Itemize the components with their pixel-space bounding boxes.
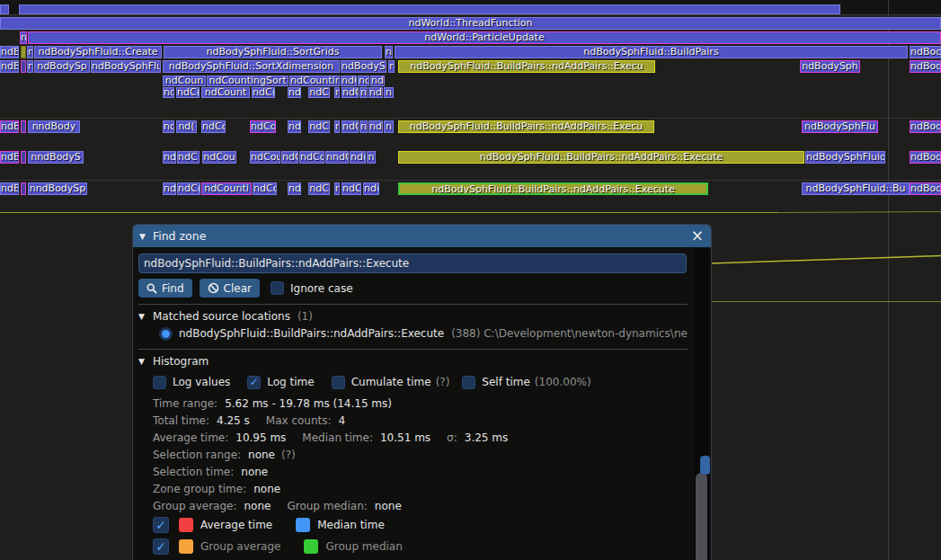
zone-bar[interactable]: ndCo (253, 182, 277, 195)
radio-selected-icon[interactable] (159, 327, 173, 341)
close-icon[interactable]: × (691, 229, 704, 243)
zone-bar[interactable]: ndBodySp (341, 60, 386, 73)
zone-bar[interactable]: ndC: (177, 151, 200, 164)
zone-bar[interactable] (21, 182, 26, 195)
zone-bar[interactable]: ndB (0, 120, 19, 133)
zone-bar[interactable]: nd (163, 87, 174, 98)
zone-bar[interactable]: ndC (308, 87, 330, 98)
find-zone-titlebar[interactable]: ▼ Find zone × (133, 225, 711, 247)
zone-bar[interactable]: ndBodySphFluid::BuildPairs::ndAddPairs::… (398, 151, 804, 164)
zone-bar[interactable]: ndB (0, 182, 19, 195)
zone-bar[interactable]: ndB (0, 46, 19, 58)
zone-bar[interactable]: nndCn (325, 151, 349, 164)
zone-bar[interactable]: ndWorld::ThreadFunction (0, 17, 941, 30)
zone-bar[interactable]: ndB (0, 60, 19, 73)
zone-bar[interactable]: n (334, 120, 340, 133)
zone-bar[interactable]: ndC (341, 76, 357, 86)
zone-bar[interactable]: ndCour (250, 151, 280, 164)
zone-bar[interactable] (21, 151, 26, 164)
zone-bar[interactable] (0, 4, 9, 14)
zone-bar[interactable]: nd( (288, 120, 301, 133)
zone-bar[interactable]: ndCountir (289, 76, 340, 86)
self-time-checkbox[interactable] (462, 376, 475, 389)
zone-bar[interactable]: nd( (176, 120, 197, 133)
time-markers-checkbox[interactable]: ✓ (153, 517, 169, 533)
zone-bar[interactable]: ndCc (201, 120, 226, 133)
zone-bar[interactable]: nd( (163, 151, 176, 164)
zone-bar[interactable]: nd( (368, 120, 383, 133)
zone-bar[interactable]: ndBodySphFluid::Create (34, 46, 162, 58)
zone-bar[interactable]: nndBodySp (28, 182, 87, 195)
zone-bar[interactable]: ndBodySphFluid (805, 151, 885, 164)
zone-bar[interactable] (19, 4, 840, 14)
zone-bar[interactable] (21, 120, 26, 133)
zone-bar[interactable]: nc (163, 120, 174, 133)
zone-bar[interactable]: ndWorld::ParticleUpdate (28, 31, 941, 44)
zone-bar[interactable]: ndCounti (201, 182, 252, 195)
zone-bar[interactable]: ndBod (910, 60, 941, 73)
zone-bar[interactable]: n (334, 87, 340, 98)
zone-bar[interactable]: ndCo (250, 120, 276, 133)
dialog-scrollbar-thumb[interactable] (696, 473, 707, 560)
zone-bar[interactable]: ndC (308, 182, 330, 195)
zone-bar[interactable]: n (334, 182, 340, 195)
zone-bar[interactable]: ndC (281, 151, 298, 164)
zone-bar[interactable]: ndBodySphFluid::BuildPairs::ndAddPairs::… (398, 182, 708, 195)
zone-bar[interactable]: ndCou (202, 151, 236, 164)
zone-bar[interactable]: ndBod (910, 46, 941, 58)
zone-bar[interactable]: ndBod (910, 151, 941, 164)
zone-bar[interactable]: n (27, 46, 33, 58)
zone-bar[interactable]: n (384, 87, 394, 98)
zone-bar[interactable]: ndC( (252, 87, 275, 98)
zone-bar[interactable]: ndBodySphFlu (802, 120, 878, 133)
zone-bar[interactable]: ndC( (177, 182, 200, 195)
zone-bar[interactable]: ndBod (910, 182, 941, 195)
zone-bar[interactable]: n (360, 87, 368, 98)
zone-bar[interactable]: nd(n (363, 182, 379, 195)
zone-bar[interactable]: ndCoi (299, 151, 324, 164)
zone-bar[interactable]: ndBodySphFlu (91, 60, 161, 73)
zone-bar[interactable]: ndC (358, 76, 369, 86)
search-input[interactable] (138, 253, 687, 273)
zone-bar[interactable]: ndC (342, 87, 359, 98)
zone-bar[interactable]: ndC( (176, 87, 200, 98)
zone-bar[interactable]: nd( (288, 87, 301, 98)
zone-bar[interactable]: ndBodySp (34, 60, 90, 73)
timeline-view[interactable]: ndWorld::ThreadFunctionnndWorld::Particl… (0, 0, 941, 216)
collapse-arrow-icon[interactable]: ▼ (139, 232, 146, 241)
zone-bar[interactable]: ndBodySphFluid::BuildPairs::ndAddPairs::… (398, 120, 654, 133)
zone-bar[interactable]: n (388, 60, 395, 73)
zone-bar[interactable]: nndBody (28, 120, 80, 133)
clear-button[interactable]: Clear (200, 279, 260, 298)
zone-bar[interactable]: ndBod (910, 120, 941, 133)
zone-bar[interactable]: n (27, 60, 33, 73)
zone-bar[interactable]: ndCoun (163, 76, 206, 86)
zone-bar[interactable]: ndBodySphFluid::BuildPairs::ndAddPairs::… (398, 60, 655, 73)
log-values-checkbox[interactable] (153, 376, 166, 389)
histogram-header[interactable]: ▼ Histogram (138, 352, 688, 369)
collapse-arrow-icon[interactable]: ▼ (138, 357, 145, 366)
zone-bar[interactable]: ndBodySphFluid::BuildPairs (395, 46, 908, 58)
log-time-checkbox[interactable]: ✓ (247, 376, 261, 389)
zone-bar[interactable]: nd( (350, 151, 366, 164)
zone-bar[interactable]: n (360, 120, 368, 133)
ignore-case-checkbox[interactable] (271, 281, 284, 295)
zone-bar[interactable] (21, 60, 26, 73)
zone-bar[interactable]: ndBodySphFluid::Bu (802, 182, 910, 195)
matched-source-locations-header[interactable]: ▼ Matched source locations (1) (138, 307, 688, 324)
zone-bar[interactable]: n (385, 46, 393, 58)
collapse-arrow-icon[interactable]: ▼ (138, 312, 145, 321)
zone-bar[interactable]: nd( (288, 182, 301, 195)
matched-location-row[interactable]: ndBodySphFluid::BuildPairs::ndAddPairs::… (159, 324, 688, 342)
zone-bar[interactable]: n (384, 120, 394, 133)
zone-bar[interactable]: ndBodySphFluid::SortXdimension (163, 60, 340, 73)
zone-bar[interactable]: ndCountingSort (207, 76, 289, 86)
zone-bar[interactable]: ndBodySph (800, 60, 860, 73)
zone-bar[interactable]: ndC (342, 120, 359, 133)
zone-bar[interactable]: ndC( (370, 76, 385, 86)
zone-bar[interactable]: ndBodySphFluid::SortGrids (164, 46, 382, 58)
zone-bar[interactable]: n (20, 31, 27, 44)
zone-bar[interactable]: ndCount (201, 87, 250, 98)
cumulate-time-checkbox[interactable] (332, 376, 345, 389)
zone-bar[interactable] (21, 46, 26, 58)
